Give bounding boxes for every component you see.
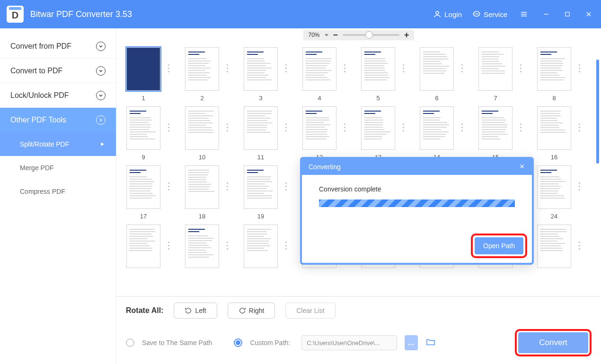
page-thumbnail[interactable] (185, 47, 219, 91)
svg-point-4 (478, 14, 478, 14)
thumbnail-page-number: 8 (552, 95, 556, 102)
thumbnail-menu-icon[interactable] (168, 242, 169, 250)
page-thumbnail[interactable] (478, 47, 513, 91)
modal-close-button[interactable] (519, 163, 525, 171)
menu-button[interactable] (518, 8, 530, 20)
page-thumbnail[interactable] (420, 47, 454, 91)
modal-message: Conversion complete (319, 185, 515, 193)
zoom-value: 70% (308, 32, 319, 38)
zoom-out-button[interactable]: − (333, 31, 338, 39)
page-thumbnail[interactable] (361, 47, 395, 91)
thumbnail-page-number: 1 (141, 95, 145, 102)
maximize-icon (564, 11, 571, 17)
thumbnail-menu-icon[interactable] (344, 64, 345, 72)
minimize-button[interactable] (540, 9, 552, 20)
zoom-in-button[interactable]: + (404, 31, 409, 39)
thumbnail-menu-icon[interactable] (168, 64, 169, 72)
page-thumbnail[interactable] (126, 106, 160, 150)
page-thumbnail[interactable] (537, 165, 571, 209)
sidebar-subitem-split-rotate[interactable]: Split/Rotate PDF (0, 132, 116, 156)
clear-list-button[interactable]: Clear List (285, 303, 335, 319)
page-thumbnail[interactable] (185, 225, 219, 268)
sidebar-item-convert-to-pdf[interactable]: Convert to PDF (0, 59, 116, 83)
maximize-button[interactable] (562, 9, 573, 19)
thumbnail-menu-icon[interactable] (227, 242, 228, 250)
progress-bar (319, 199, 515, 207)
save-same-path-label: Save to The Same Path (142, 339, 212, 347)
service-label: Service (484, 10, 507, 18)
bottom-toolbar: Rotate All: Left Right Clear List Save t… (116, 296, 601, 364)
thumbnail-menu-icon[interactable] (285, 64, 287, 72)
thumbnail-menu-icon[interactable] (403, 64, 404, 72)
page-thumbnail[interactable] (537, 47, 571, 91)
page-thumbnail[interactable] (537, 106, 571, 150)
thumbnail-menu-icon[interactable] (227, 64, 228, 72)
page-thumbnail[interactable] (126, 47, 160, 91)
scrollbar[interactable] (596, 60, 599, 164)
page-thumbnail[interactable] (537, 225, 571, 268)
thumbnail-menu-icon[interactable] (285, 123, 287, 131)
sidebar-item-lock-unlock-pdf[interactable]: Lock/Unlock PDF (0, 83, 116, 108)
page-thumbnail[interactable] (478, 106, 513, 150)
thumbnail-menu-icon[interactable] (579, 182, 580, 191)
thumbnail-menu-icon[interactable] (285, 242, 287, 250)
zoom-slider-thumb[interactable] (365, 31, 373, 39)
thumbnail-menu-icon[interactable] (579, 123, 580, 131)
zoom-slider[interactable] (343, 34, 399, 36)
page-thumbnail[interactable] (185, 106, 219, 150)
radio-custom-path[interactable] (234, 338, 242, 347)
chevron-down-icon (96, 91, 106, 100)
page-thumbnail[interactable] (244, 47, 278, 91)
thumbnail-menu-icon[interactable] (227, 182, 228, 191)
thumbnail-menu-icon[interactable] (520, 64, 521, 72)
sidebar-subitem-compress-pdf[interactable]: Compress PDF (0, 180, 116, 203)
sidebar-subitem-merge-pdf[interactable]: Merge PDF (0, 156, 116, 180)
thumbnail-menu-icon[interactable] (461, 64, 463, 72)
close-icon (585, 10, 592, 18)
modal-title: Converting (309, 163, 341, 171)
page-thumbnail[interactable] (420, 106, 454, 150)
convert-button[interactable]: Convert (518, 332, 588, 353)
sidebar-item-label: Convert from PDF (10, 42, 71, 51)
page-thumbnail[interactable] (244, 165, 278, 209)
login-button[interactable]: Login (433, 10, 462, 18)
page-thumbnail[interactable] (361, 106, 395, 150)
thumbnail-menu-icon[interactable] (168, 123, 169, 131)
titlebar: D Bitwar PDF Converter 3.53 Login Servic… (0, 0, 601, 28)
thumbnail-menu-icon[interactable] (168, 182, 169, 191)
thumbnail-menu-icon[interactable] (227, 123, 228, 131)
page-thumbnail[interactable] (244, 225, 278, 268)
page-thumbnail[interactable] (126, 165, 160, 209)
chevron-down-icon (96, 42, 106, 51)
hamburger-icon (520, 10, 528, 18)
service-button[interactable]: Service (472, 10, 507, 18)
page-thumbnail[interactable] (302, 47, 336, 91)
thumbnail-menu-icon[interactable] (579, 242, 580, 250)
browse-path-button[interactable]: … (405, 335, 418, 350)
page-thumbnail[interactable] (126, 225, 160, 268)
thumbnail-page-number: 6 (435, 95, 438, 102)
thumbnail-menu-icon[interactable] (579, 64, 580, 72)
rotate-right-button[interactable]: Right (228, 303, 275, 319)
page-thumbnail[interactable] (185, 165, 219, 209)
thumbnail-page-number: 7 (494, 95, 497, 102)
thumbnail-menu-icon[interactable] (344, 123, 345, 131)
page-thumbnail[interactable] (302, 106, 336, 150)
thumbnail-menu-icon[interactable] (285, 182, 287, 191)
close-button[interactable] (583, 9, 594, 20)
thumbnail-menu-icon[interactable] (461, 123, 463, 131)
path-input[interactable]: C:\Users\User\OneDrive\... (301, 335, 397, 350)
radio-save-same-path[interactable] (126, 338, 134, 347)
rotate-left-button[interactable]: Left (174, 303, 217, 319)
open-path-button[interactable]: Open Path (475, 237, 523, 254)
thumbnail-menu-icon[interactable] (520, 123, 521, 131)
sidebar-item-convert-from-pdf[interactable]: Convert from PDF (0, 34, 116, 59)
thumbnail-menu-icon[interactable] (403, 123, 404, 131)
chat-icon (472, 10, 481, 18)
thumbnail-page-number: 18 (199, 213, 205, 220)
zoom-dropdown-icon[interactable] (325, 34, 328, 36)
open-folder-button[interactable] (425, 337, 436, 349)
page-thumbnail[interactable] (244, 106, 278, 150)
sidebar-item-other-pdf-tools[interactable]: Other PDF Tools (0, 108, 116, 132)
thumbnail-page-number: 16 (551, 154, 557, 161)
